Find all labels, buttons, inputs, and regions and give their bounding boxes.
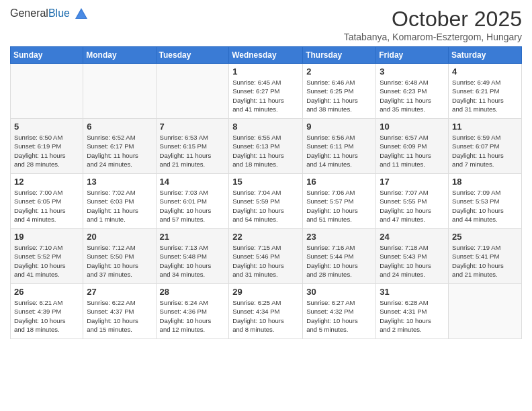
day-number: 20 [87, 232, 152, 242]
day-number: 12 [14, 177, 79, 187]
day-info: Sunrise: 7:06 AM Sunset: 5:57 PM Dayligh… [306, 188, 372, 224]
day-info: Sunrise: 7:16 AM Sunset: 5:44 PM Dayligh… [306, 243, 372, 279]
day-info: Sunrise: 7:15 AM Sunset: 5:46 PM Dayligh… [232, 243, 299, 279]
day-number: 28 [160, 287, 226, 297]
day-number: 22 [232, 232, 299, 242]
day-info: Sunrise: 6:49 AM Sunset: 6:21 PM Dayligh… [452, 78, 518, 113]
day-number: 8 [232, 122, 299, 132]
day-info: Sunrise: 6:57 AM Sunset: 6:09 PM Dayligh… [380, 133, 445, 169]
day-number: 6 [87, 122, 152, 132]
day-number: 4 [452, 66, 518, 77]
calendar-table: Sunday Monday Tuesday Wednesday Thursday… [10, 46, 522, 339]
day-info: Sunrise: 7:00 AM Sunset: 6:05 PM Dayligh… [14, 188, 79, 224]
day-number: 24 [380, 232, 445, 242]
page-container: GeneralBlue October 2025 Tatabanya, Koma… [0, 0, 532, 411]
logo-general-text: General [10, 7, 48, 19]
calendar-cell: 24Sunrise: 7:18 AM Sunset: 5:43 PM Dayli… [376, 229, 449, 284]
calendar-cell: 10Sunrise: 6:57 AM Sunset: 6:09 PM Dayli… [376, 119, 449, 174]
calendar-cell: 14Sunrise: 7:03 AM Sunset: 6:01 PM Dayli… [156, 174, 229, 229]
day-number: 5 [14, 122, 79, 132]
day-info: Sunrise: 6:28 AM Sunset: 4:31 PM Dayligh… [380, 298, 445, 334]
calendar-cell: 11Sunrise: 6:59 AM Sunset: 6:07 PM Dayli… [449, 119, 522, 174]
day-info: Sunrise: 6:25 AM Sunset: 4:34 PM Dayligh… [232, 298, 299, 334]
day-info: Sunrise: 6:46 AM Sunset: 6:25 PM Dayligh… [306, 78, 372, 113]
col-sunday: Sunday [11, 47, 83, 64]
calendar-cell: 2Sunrise: 6:46 AM Sunset: 6:25 PM Daylig… [303, 64, 376, 119]
calendar-cell: 1Sunrise: 6:45 AM Sunset: 6:27 PM Daylig… [229, 64, 303, 119]
col-friday: Friday [376, 47, 449, 64]
day-info: Sunrise: 7:12 AM Sunset: 5:50 PM Dayligh… [87, 243, 152, 279]
col-saturday: Saturday [449, 47, 522, 64]
day-info: Sunrise: 7:13 AM Sunset: 5:48 PM Dayligh… [160, 243, 226, 279]
day-info: Sunrise: 6:56 AM Sunset: 6:11 PM Dayligh… [306, 133, 372, 169]
month-title: October 2025 [344, 7, 522, 32]
calendar-cell: 26Sunrise: 6:21 AM Sunset: 4:39 PM Dayli… [11, 284, 83, 339]
calendar-cell: 15Sunrise: 7:04 AM Sunset: 5:59 PM Dayli… [229, 174, 303, 229]
calendar-cell: 6Sunrise: 6:52 AM Sunset: 6:17 PM Daylig… [83, 119, 156, 174]
day-info: Sunrise: 6:22 AM Sunset: 4:37 PM Dayligh… [87, 298, 152, 334]
calendar-week-2: 5Sunrise: 6:50 AM Sunset: 6:19 PM Daylig… [11, 119, 522, 174]
day-info: Sunrise: 6:52 AM Sunset: 6:17 PM Dayligh… [87, 133, 152, 169]
calendar-cell: 4Sunrise: 6:49 AM Sunset: 6:21 PM Daylig… [449, 64, 522, 119]
calendar-cell: 5Sunrise: 6:50 AM Sunset: 6:19 PM Daylig… [11, 119, 83, 174]
page-header: GeneralBlue October 2025 Tatabanya, Koma… [10, 7, 522, 42]
col-wednesday: Wednesday [229, 47, 303, 64]
logo-icon [74, 7, 89, 21]
day-info: Sunrise: 6:45 AM Sunset: 6:27 PM Dayligh… [232, 78, 299, 113]
day-number: 31 [380, 287, 445, 297]
day-info: Sunrise: 7:09 AM Sunset: 5:53 PM Dayligh… [452, 188, 518, 224]
day-number: 9 [306, 122, 372, 132]
calendar-cell: 21Sunrise: 7:13 AM Sunset: 5:48 PM Dayli… [156, 229, 229, 284]
day-info: Sunrise: 7:04 AM Sunset: 5:59 PM Dayligh… [232, 188, 299, 224]
calendar-cell [83, 64, 156, 119]
day-number: 18 [452, 177, 518, 187]
calendar-cell: 27Sunrise: 6:22 AM Sunset: 4:37 PM Dayli… [83, 284, 156, 339]
day-number: 14 [160, 177, 226, 187]
logo: GeneralBlue [10, 7, 89, 21]
calendar-cell: 12Sunrise: 7:00 AM Sunset: 6:05 PM Dayli… [11, 174, 83, 229]
day-number: 29 [232, 287, 299, 297]
calendar-cell: 18Sunrise: 7:09 AM Sunset: 5:53 PM Dayli… [449, 174, 522, 229]
day-info: Sunrise: 6:24 AM Sunset: 4:36 PM Dayligh… [160, 298, 226, 334]
calendar-cell: 3Sunrise: 6:48 AM Sunset: 6:23 PM Daylig… [376, 64, 449, 119]
day-info: Sunrise: 7:18 AM Sunset: 5:43 PM Dayligh… [380, 243, 445, 279]
calendar-week-4: 19Sunrise: 7:10 AM Sunset: 5:52 PM Dayli… [11, 229, 522, 284]
calendar-cell [11, 64, 83, 119]
day-number: 25 [452, 232, 518, 242]
day-info: Sunrise: 7:10 AM Sunset: 5:52 PM Dayligh… [14, 243, 79, 279]
day-info: Sunrise: 6:21 AM Sunset: 4:39 PM Dayligh… [14, 298, 79, 334]
day-number: 10 [380, 122, 445, 132]
calendar-cell [449, 284, 522, 339]
day-info: Sunrise: 7:07 AM Sunset: 5:55 PM Dayligh… [380, 188, 445, 224]
day-number: 2 [306, 66, 372, 77]
day-number: 27 [87, 287, 152, 297]
day-number: 26 [14, 287, 79, 297]
calendar-cell: 17Sunrise: 7:07 AM Sunset: 5:55 PM Dayli… [376, 174, 449, 229]
calendar-cell: 20Sunrise: 7:12 AM Sunset: 5:50 PM Dayli… [83, 229, 156, 284]
calendar-cell: 13Sunrise: 7:02 AM Sunset: 6:03 PM Dayli… [83, 174, 156, 229]
calendar-cell: 16Sunrise: 7:06 AM Sunset: 5:57 PM Dayli… [303, 174, 376, 229]
calendar-cell: 23Sunrise: 7:16 AM Sunset: 5:44 PM Dayli… [303, 229, 376, 284]
day-number: 7 [160, 122, 226, 132]
day-info: Sunrise: 6:50 AM Sunset: 6:19 PM Dayligh… [14, 133, 79, 169]
col-thursday: Thursday [303, 47, 376, 64]
day-info: Sunrise: 6:59 AM Sunset: 6:07 PM Dayligh… [452, 133, 518, 169]
day-number: 11 [452, 122, 518, 132]
col-tuesday: Tuesday [156, 47, 229, 64]
day-number: 23 [306, 232, 372, 242]
day-number: 17 [380, 177, 445, 187]
calendar-header-row: Sunday Monday Tuesday Wednesday Thursday… [11, 47, 522, 64]
title-block: October 2025 Tatabanya, Komarom-Esztergo… [344, 7, 522, 42]
day-info: Sunrise: 6:27 AM Sunset: 4:32 PM Dayligh… [306, 298, 372, 334]
calendar-cell: 9Sunrise: 6:56 AM Sunset: 6:11 PM Daylig… [303, 119, 376, 174]
day-info: Sunrise: 6:48 AM Sunset: 6:23 PM Dayligh… [380, 78, 445, 113]
day-number: 16 [306, 177, 372, 187]
day-number: 19 [14, 232, 79, 242]
day-number: 30 [306, 287, 372, 297]
location-text: Tatabanya, Komarom-Esztergom, Hungary [344, 32, 522, 42]
day-info: Sunrise: 7:03 AM Sunset: 6:01 PM Dayligh… [160, 188, 226, 224]
calendar-cell [156, 64, 229, 119]
day-number: 15 [232, 177, 299, 187]
day-info: Sunrise: 6:55 AM Sunset: 6:13 PM Dayligh… [232, 133, 299, 169]
calendar-cell: 22Sunrise: 7:15 AM Sunset: 5:46 PM Dayli… [229, 229, 303, 284]
